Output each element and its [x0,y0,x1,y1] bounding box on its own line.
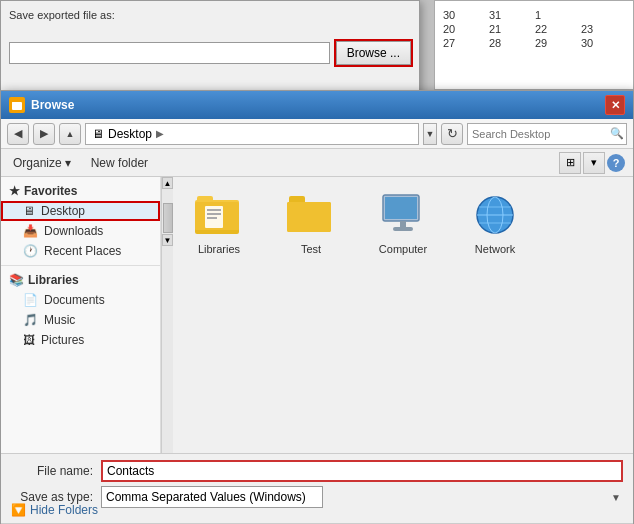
computer-file-label: Computer [379,243,427,255]
address-dropdown-button[interactable]: ▼ [423,123,437,145]
pictures-icon: 🖼 [23,333,35,347]
network-icon [471,191,519,239]
address-path[interactable]: 🖥 Desktop ▶ [85,123,419,145]
new-folder-label: New folder [91,156,148,170]
libraries-icon: 📚 [9,273,24,287]
filename-label: File name: [11,464,101,478]
svg-rect-15 [400,221,406,227]
svg-rect-8 [207,213,221,215]
view-dropdown-button[interactable]: ▾ [583,152,605,174]
music-label: Music [44,313,75,327]
sidebar-divider [1,265,160,266]
favorites-label: Favorites [24,184,77,198]
up-button[interactable]: ▲ [59,123,81,145]
pictures-label: Pictures [41,333,84,347]
new-folder-button[interactable]: New folder [87,154,152,172]
path-chevron-icon: ▶ [156,128,164,139]
downloads-icon: 📥 [23,224,38,238]
savetype-arrow-icon: ▼ [611,492,621,503]
search-icon: 🔍 [610,127,624,140]
documents-label: Documents [44,293,105,307]
browse-button[interactable]: Browse ... [336,41,411,65]
hide-folders-icon: 🔽 [11,503,26,517]
libraries-folder-icon [195,191,243,239]
hide-folders-label: Hide Folders [30,503,98,517]
file-item-libraries[interactable]: Libraries [183,187,255,259]
libraries-section: 📚 Libraries 📄 Documents 🎵 Music 🖼 Pictur… [1,270,160,350]
close-button[interactable]: ✕ [605,95,625,115]
dialog-title: Browse [31,98,74,112]
recent-icon: 🕐 [23,244,38,258]
export-path-input[interactable] [9,42,330,64]
svg-rect-1 [12,102,16,104]
svg-rect-7 [207,209,221,211]
scroll-down-button[interactable]: ▼ [162,234,173,246]
sidebar-scrollbar[interactable]: ▲ ▼ [161,177,173,453]
organize-chevron: ▾ [65,156,71,170]
scroll-thumb[interactable] [163,203,173,233]
svg-rect-9 [207,217,217,219]
search-input[interactable] [472,128,610,140]
organize-label: Organize [13,156,62,170]
search-box: 🔍 [467,123,627,145]
documents-icon: 📄 [23,293,38,307]
refresh-button[interactable]: ↻ [441,123,463,145]
dialog-icon [9,97,25,113]
sidebar-item-recent[interactable]: 🕐 Recent Places [1,241,160,261]
favorites-star-icon: ★ [9,184,20,198]
file-item-test[interactable]: Test [275,187,347,259]
svg-rect-4 [197,196,213,202]
test-folder-icon [287,191,335,239]
favorites-header[interactable]: ★ Favorites [1,181,160,201]
sidebar-item-desktop[interactable]: 🖥 Desktop [1,201,160,221]
export-label: Save exported file as: [9,9,411,21]
organize-button[interactable]: Organize ▾ [9,154,75,172]
title-bar: Browse ✕ [1,91,633,119]
savetype-label: Save as type: [11,490,101,504]
filename-row: File name: [11,460,623,482]
toolbar: Organize ▾ New folder ⊞ ▾ ? [1,149,633,177]
background-calendar: 30311 20212223 27282930 [434,0,634,90]
svg-rect-12 [287,202,331,232]
file-item-network[interactable]: Network [459,187,531,259]
savetype-select[interactable]: Comma Separated Values (Windows) [101,486,323,508]
sidebar-item-documents[interactable]: 📄 Documents [1,290,160,310]
forward-button[interactable]: ▶ [33,123,55,145]
content-area: ★ Favorites 🖥 Desktop 📥 Downloads 🕐 Rece… [1,177,633,453]
view-button[interactable]: ⊞ [559,152,581,174]
recent-label: Recent Places [44,244,121,258]
back-button[interactable]: ◀ [7,123,29,145]
network-file-label: Network [475,243,515,255]
address-bar: ◀ ▶ ▲ 🖥 Desktop ▶ ▼ ↻ 🔍 [1,119,633,149]
libraries-file-label: Libraries [198,243,240,255]
favorites-section: ★ Favorites 🖥 Desktop 📥 Downloads 🕐 Rece… [1,181,160,261]
browse-dialog: Browse ✕ ◀ ▶ ▲ 🖥 Desktop ▶ ▼ ↻ 🔍 Organiz… [0,90,634,524]
computer-icon [379,191,427,239]
test-file-label: Test [301,243,321,255]
help-button[interactable]: ? [607,154,625,172]
desktop-label: Desktop [41,204,85,218]
path-label: Desktop [108,127,152,141]
sidebar-item-pictures[interactable]: 🖼 Pictures [1,330,160,350]
path-folder-icon: 🖥 [92,127,104,141]
downloads-label: Downloads [44,224,103,238]
files-area: Libraries Test [173,177,633,453]
savetype-wrapper: Comma Separated Values (Windows) ▼ [101,486,623,508]
svg-rect-16 [393,227,413,231]
sidebar: ★ Favorites 🖥 Desktop 📥 Downloads 🕐 Rece… [1,177,161,453]
libraries-label: Libraries [28,273,79,287]
sidebar-item-downloads[interactable]: 📥 Downloads [1,221,160,241]
sidebar-item-music[interactable]: 🎵 Music [1,310,160,330]
filename-input[interactable] [101,460,623,482]
file-item-computer[interactable]: Computer [367,187,439,259]
music-icon: 🎵 [23,313,38,327]
libraries-header[interactable]: 📚 Libraries [1,270,160,290]
desktop-icon: 🖥 [23,204,35,218]
hide-folders-button[interactable]: 🔽 Hide Folders [1,503,108,517]
scroll-up-button[interactable]: ▲ [162,177,173,189]
svg-rect-14 [385,197,417,219]
